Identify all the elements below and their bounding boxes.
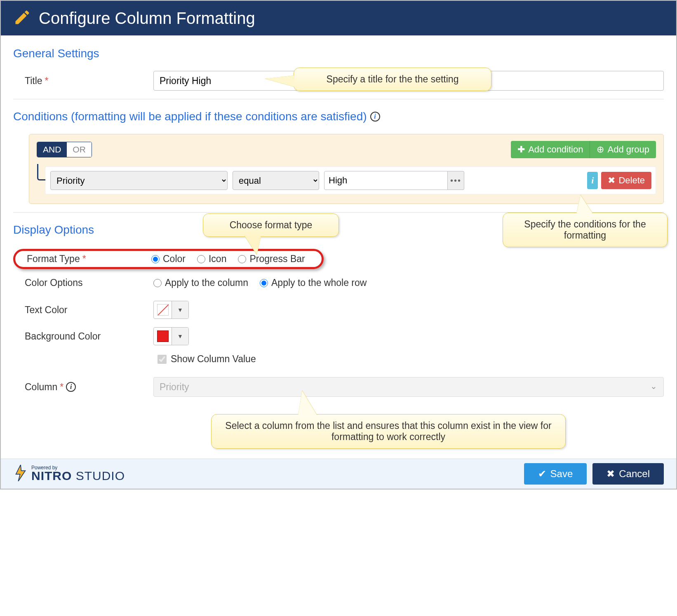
close-icon: ✖ <box>606 468 615 480</box>
radio-progress-bar[interactable]: Progress Bar <box>238 253 305 265</box>
add-condition-button[interactable]: ✚ Add condition <box>511 141 590 158</box>
row-color-options: Color Options Apply to the column Apply … <box>13 277 664 288</box>
label-format-type: Format Type * <box>19 253 151 265</box>
logic-or[interactable]: OR <box>67 142 92 157</box>
plus-icon: ✚ <box>517 144 525 155</box>
no-color-icon <box>157 304 169 316</box>
label-color-options: Color Options <box>13 277 145 288</box>
tree-connector <box>37 164 45 180</box>
close-icon: ✖ <box>608 175 615 186</box>
condition-value-picker-button[interactable]: ••• <box>448 171 464 190</box>
condition-delete-button[interactable]: ✖ Delete <box>601 172 651 189</box>
callout-column: Select a column from the list and ensure… <box>211 414 566 449</box>
conditions-box: AND OR ✚ Add condition ⊕ Add group <box>29 134 664 204</box>
plus-circle-icon: ⊕ <box>597 144 604 155</box>
callout-title: Specify a title for the the setting <box>294 68 491 91</box>
separator <box>13 99 664 99</box>
condition-operator-select[interactable]: equal <box>233 171 319 190</box>
label-column: Column * i <box>13 382 145 393</box>
info-circle-icon: i <box>591 175 594 186</box>
brand-logo: Powered by NITRO STUDIO <box>13 465 125 483</box>
radio-color[interactable]: Color <box>151 253 186 265</box>
row-text-color: Text Color ▼ <box>13 301 664 319</box>
background-color-dropdown[interactable]: ▼ <box>172 328 188 345</box>
highlight-format-type: Format Type * Color Icon Progress Bar <box>13 249 324 269</box>
pencil-icon <box>13 8 31 28</box>
radio-apply-column[interactable]: Apply to the column <box>153 277 248 288</box>
row-show-column-value: Show Column Value <box>13 354 664 365</box>
section-general-title: General Settings <box>13 47 664 60</box>
text-color-swatch <box>154 301 172 319</box>
row-column: Column * i Priority Select a column from… <box>13 377 664 397</box>
dialog-body: General Settings Title * Specify a title… <box>1 35 676 459</box>
show-column-value-checkbox[interactable] <box>157 355 167 364</box>
logic-toggle: AND OR <box>37 142 92 157</box>
info-icon[interactable]: i <box>66 382 76 392</box>
column-select[interactable]: Priority <box>153 377 664 397</box>
background-color-picker[interactable]: ▼ <box>153 327 189 345</box>
required-marker: * <box>45 75 49 87</box>
info-icon[interactable]: i <box>370 112 380 122</box>
background-color-swatch <box>154 328 172 345</box>
text-color-dropdown[interactable]: ▼ <box>172 301 188 319</box>
red-color-icon <box>157 330 169 342</box>
save-button[interactable]: ✔ Save <box>524 463 587 485</box>
required-marker: * <box>82 253 86 265</box>
label-show-column-value: Show Column Value <box>171 354 256 365</box>
row-background-color: Background Color ▼ <box>13 327 664 345</box>
add-group-button[interactable]: ⊕ Add group <box>590 141 656 158</box>
format-type-radios: Color Icon Progress Bar <box>151 253 305 265</box>
callout-format-type: Choose format type <box>203 213 339 237</box>
logic-and[interactable]: AND <box>37 142 67 157</box>
condition-field-select[interactable]: Priority <box>50 171 228 190</box>
label-title: Title * <box>13 75 145 87</box>
cancel-button[interactable]: ✖ Cancel <box>592 463 664 485</box>
check-icon: ✔ <box>538 468 546 480</box>
label-background-color: Background Color <box>13 331 145 342</box>
lightning-icon <box>13 465 28 483</box>
dialog-title: Configure Column Formatting <box>39 9 255 28</box>
row-format-type: Format Type * Color Icon Progress Bar <box>13 249 664 269</box>
condition-info-button[interactable]: i <box>587 172 598 189</box>
radio-apply-row[interactable]: Apply to the whole row <box>260 277 367 288</box>
section-conditions-title: Conditions (formatting will be applied i… <box>13 110 664 123</box>
label-text-color: Text Color <box>13 304 145 316</box>
dialog-footer: Powered by NITRO STUDIO ✔ Save ✖ Cancel <box>1 459 676 489</box>
radio-icon[interactable]: Icon <box>197 253 226 265</box>
required-marker: * <box>60 382 63 393</box>
condition-value-input[interactable] <box>324 171 448 190</box>
color-options-radios: Apply to the column Apply to the whole r… <box>153 277 367 288</box>
text-color-picker[interactable]: ▼ <box>153 301 189 319</box>
row-title: Title * Specify a title for the the sett… <box>13 71 664 91</box>
callout-conditions: Specify the conditions for the formattin… <box>503 213 668 247</box>
dialog: Configure Column Formatting General Sett… <box>0 0 677 490</box>
brand-name: NITRO STUDIO <box>31 469 125 483</box>
condition-row: Priority equal ••• i ✖ Delete <box>45 166 656 194</box>
dialog-header: Configure Column Formatting <box>1 1 676 35</box>
